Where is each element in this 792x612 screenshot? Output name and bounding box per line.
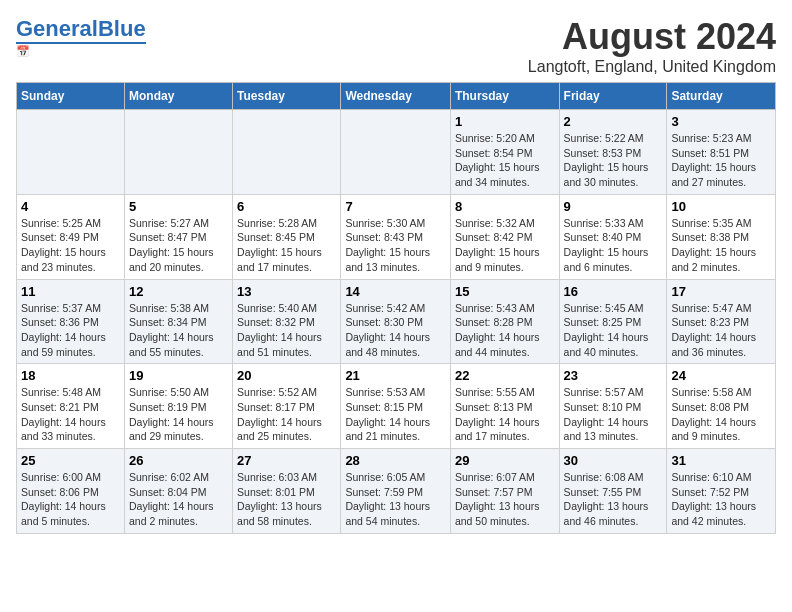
day-header-wednesday: Wednesday xyxy=(341,83,451,110)
day-number: 5 xyxy=(129,199,228,214)
day-header-thursday: Thursday xyxy=(450,83,559,110)
calendar-cell xyxy=(17,110,125,195)
day-number: 20 xyxy=(237,368,336,383)
calendar-cell: 28Sunrise: 6:05 AM Sunset: 7:59 PM Dayli… xyxy=(341,449,451,534)
logo: GeneralBlue 📅 xyxy=(16,16,146,58)
calendar-cell xyxy=(233,110,341,195)
day-content: Sunrise: 5:22 AM Sunset: 8:53 PM Dayligh… xyxy=(564,131,663,190)
calendar-cell: 29Sunrise: 6:07 AM Sunset: 7:57 PM Dayli… xyxy=(450,449,559,534)
calendar-cell: 8Sunrise: 5:32 AM Sunset: 8:42 PM Daylig… xyxy=(450,194,559,279)
day-content: Sunrise: 5:23 AM Sunset: 8:51 PM Dayligh… xyxy=(671,131,771,190)
day-content: Sunrise: 5:52 AM Sunset: 8:17 PM Dayligh… xyxy=(237,385,336,444)
day-content: Sunrise: 5:40 AM Sunset: 8:32 PM Dayligh… xyxy=(237,301,336,360)
day-number: 16 xyxy=(564,284,663,299)
calendar-body: 1Sunrise: 5:20 AM Sunset: 8:54 PM Daylig… xyxy=(17,110,776,534)
header-row: SundayMondayTuesdayWednesdayThursdayFrid… xyxy=(17,83,776,110)
calendar-cell: 9Sunrise: 5:33 AM Sunset: 8:40 PM Daylig… xyxy=(559,194,667,279)
calendar-cell: 21Sunrise: 5:53 AM Sunset: 8:15 PM Dayli… xyxy=(341,364,451,449)
day-content: Sunrise: 5:27 AM Sunset: 8:47 PM Dayligh… xyxy=(129,216,228,275)
calendar-cell: 27Sunrise: 6:03 AM Sunset: 8:01 PM Dayli… xyxy=(233,449,341,534)
calendar-cell: 23Sunrise: 5:57 AM Sunset: 8:10 PM Dayli… xyxy=(559,364,667,449)
day-content: Sunrise: 5:25 AM Sunset: 8:49 PM Dayligh… xyxy=(21,216,120,275)
calendar-cell: 2Sunrise: 5:22 AM Sunset: 8:53 PM Daylig… xyxy=(559,110,667,195)
day-content: Sunrise: 6:03 AM Sunset: 8:01 PM Dayligh… xyxy=(237,470,336,529)
calendar-week-5: 25Sunrise: 6:00 AM Sunset: 8:06 PM Dayli… xyxy=(17,449,776,534)
day-number: 7 xyxy=(345,199,446,214)
day-number: 21 xyxy=(345,368,446,383)
day-content: Sunrise: 6:05 AM Sunset: 7:59 PM Dayligh… xyxy=(345,470,446,529)
day-number: 4 xyxy=(21,199,120,214)
day-number: 27 xyxy=(237,453,336,468)
page-header: GeneralBlue 📅 August 2024 Langtoft, Engl… xyxy=(16,16,776,76)
day-number: 15 xyxy=(455,284,555,299)
day-content: Sunrise: 5:33 AM Sunset: 8:40 PM Dayligh… xyxy=(564,216,663,275)
day-number: 2 xyxy=(564,114,663,129)
day-content: Sunrise: 5:20 AM Sunset: 8:54 PM Dayligh… xyxy=(455,131,555,190)
day-number: 26 xyxy=(129,453,228,468)
calendar-subtitle: Langtoft, England, United Kingdom xyxy=(528,58,776,76)
day-content: Sunrise: 5:57 AM Sunset: 8:10 PM Dayligh… xyxy=(564,385,663,444)
calendar-cell: 16Sunrise: 5:45 AM Sunset: 8:25 PM Dayli… xyxy=(559,279,667,364)
calendar-cell: 17Sunrise: 5:47 AM Sunset: 8:23 PM Dayli… xyxy=(667,279,776,364)
day-content: Sunrise: 5:43 AM Sunset: 8:28 PM Dayligh… xyxy=(455,301,555,360)
calendar-header: SundayMondayTuesdayWednesdayThursdayFrid… xyxy=(17,83,776,110)
calendar-cell: 1Sunrise: 5:20 AM Sunset: 8:54 PM Daylig… xyxy=(450,110,559,195)
calendar-cell: 31Sunrise: 6:10 AM Sunset: 7:52 PM Dayli… xyxy=(667,449,776,534)
title-block: August 2024 Langtoft, England, United Ki… xyxy=(528,16,776,76)
day-number: 8 xyxy=(455,199,555,214)
day-number: 9 xyxy=(564,199,663,214)
day-content: Sunrise: 6:00 AM Sunset: 8:06 PM Dayligh… xyxy=(21,470,120,529)
day-number: 12 xyxy=(129,284,228,299)
calendar-cell: 26Sunrise: 6:02 AM Sunset: 8:04 PM Dayli… xyxy=(124,449,232,534)
day-header-tuesday: Tuesday xyxy=(233,83,341,110)
calendar-cell: 22Sunrise: 5:55 AM Sunset: 8:13 PM Dayli… xyxy=(450,364,559,449)
calendar-cell: 24Sunrise: 5:58 AM Sunset: 8:08 PM Dayli… xyxy=(667,364,776,449)
calendar-cell xyxy=(124,110,232,195)
calendar-cell: 13Sunrise: 5:40 AM Sunset: 8:32 PM Dayli… xyxy=(233,279,341,364)
day-content: Sunrise: 6:10 AM Sunset: 7:52 PM Dayligh… xyxy=(671,470,771,529)
logo-blue: Blue xyxy=(98,16,146,41)
day-number: 30 xyxy=(564,453,663,468)
day-header-saturday: Saturday xyxy=(667,83,776,110)
calendar-cell: 20Sunrise: 5:52 AM Sunset: 8:17 PM Dayli… xyxy=(233,364,341,449)
calendar-week-4: 18Sunrise: 5:48 AM Sunset: 8:21 PM Dayli… xyxy=(17,364,776,449)
calendar-week-2: 4Sunrise: 5:25 AM Sunset: 8:49 PM Daylig… xyxy=(17,194,776,279)
day-number: 29 xyxy=(455,453,555,468)
logo-subtext: 📅 xyxy=(16,42,146,58)
day-number: 1 xyxy=(455,114,555,129)
calendar-week-3: 11Sunrise: 5:37 AM Sunset: 8:36 PM Dayli… xyxy=(17,279,776,364)
calendar-cell: 4Sunrise: 5:25 AM Sunset: 8:49 PM Daylig… xyxy=(17,194,125,279)
day-content: Sunrise: 5:35 AM Sunset: 8:38 PM Dayligh… xyxy=(671,216,771,275)
logo-general: General xyxy=(16,16,98,41)
day-number: 18 xyxy=(21,368,120,383)
calendar-cell: 19Sunrise: 5:50 AM Sunset: 8:19 PM Dayli… xyxy=(124,364,232,449)
day-number: 28 xyxy=(345,453,446,468)
calendar-title: August 2024 xyxy=(528,16,776,58)
calendar-cell: 25Sunrise: 6:00 AM Sunset: 8:06 PM Dayli… xyxy=(17,449,125,534)
day-content: Sunrise: 5:45 AM Sunset: 8:25 PM Dayligh… xyxy=(564,301,663,360)
day-content: Sunrise: 5:28 AM Sunset: 8:45 PM Dayligh… xyxy=(237,216,336,275)
calendar-cell: 11Sunrise: 5:37 AM Sunset: 8:36 PM Dayli… xyxy=(17,279,125,364)
calendar-cell: 6Sunrise: 5:28 AM Sunset: 8:45 PM Daylig… xyxy=(233,194,341,279)
calendar-cell: 15Sunrise: 5:43 AM Sunset: 8:28 PM Dayli… xyxy=(450,279,559,364)
day-number: 13 xyxy=(237,284,336,299)
calendar-week-1: 1Sunrise: 5:20 AM Sunset: 8:54 PM Daylig… xyxy=(17,110,776,195)
day-number: 11 xyxy=(21,284,120,299)
day-content: Sunrise: 6:07 AM Sunset: 7:57 PM Dayligh… xyxy=(455,470,555,529)
day-header-friday: Friday xyxy=(559,83,667,110)
day-content: Sunrise: 5:55 AM Sunset: 8:13 PM Dayligh… xyxy=(455,385,555,444)
day-number: 14 xyxy=(345,284,446,299)
day-content: Sunrise: 5:42 AM Sunset: 8:30 PM Dayligh… xyxy=(345,301,446,360)
day-number: 31 xyxy=(671,453,771,468)
day-number: 10 xyxy=(671,199,771,214)
calendar-cell: 18Sunrise: 5:48 AM Sunset: 8:21 PM Dayli… xyxy=(17,364,125,449)
calendar-cell xyxy=(341,110,451,195)
day-number: 23 xyxy=(564,368,663,383)
day-content: Sunrise: 5:48 AM Sunset: 8:21 PM Dayligh… xyxy=(21,385,120,444)
day-header-sunday: Sunday xyxy=(17,83,125,110)
day-number: 22 xyxy=(455,368,555,383)
day-content: Sunrise: 5:50 AM Sunset: 8:19 PM Dayligh… xyxy=(129,385,228,444)
day-number: 17 xyxy=(671,284,771,299)
calendar-table: SundayMondayTuesdayWednesdayThursdayFrid… xyxy=(16,82,776,534)
day-number: 3 xyxy=(671,114,771,129)
